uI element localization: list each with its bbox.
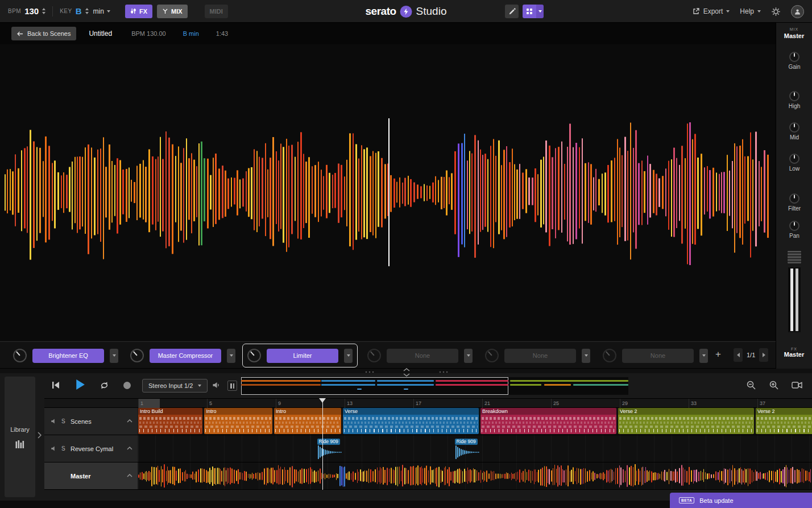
library-panel-toggle[interactable]: Library [5, 377, 35, 497]
clip-tick-marks [275, 429, 340, 432]
fx-dropdown-caret[interactable] [344, 349, 353, 363]
fader-cap[interactable] [787, 250, 802, 264]
audio-input-select[interactable]: Stereo Input 1/2 [142, 379, 208, 393]
fx-page-next-button[interactable] [759, 348, 768, 362]
bar-ruler[interactable]: 15913172125293337 [44, 398, 812, 408]
count-in-button[interactable] [227, 381, 237, 391]
fx-amount-knob[interactable] [603, 349, 616, 362]
fx-dropdown-caret[interactable] [464, 349, 473, 363]
mute-button[interactable] [51, 445, 57, 452]
fx-select-button[interactable]: None [504, 349, 576, 363]
fx-dropdown-caret[interactable] [110, 349, 118, 363]
export-button[interactable]: Export [692, 7, 730, 15]
fx-dropdown-caret[interactable] [699, 349, 708, 363]
zoom-in-button[interactable] [769, 380, 779, 390]
account-button[interactable] [791, 5, 804, 18]
fx-dropdown-caret[interactable] [227, 349, 235, 363]
scenes-lane[interactable]: Intro BuildIntroIntroVerseBreakdownVerse… [138, 408, 812, 435]
song-overview-strip[interactable] [241, 377, 628, 395]
main-waveform-area[interactable] [0, 44, 776, 341]
fx-select-button[interactable]: None [387, 349, 458, 363]
add-fx-button[interactable]: + [715, 348, 721, 361]
fx-select-button[interactable]: Brightener EQ [32, 349, 104, 363]
key-value[interactable]: B [76, 6, 82, 16]
clip-waveform-texture [205, 416, 271, 428]
scene-clip[interactable]: Verse 2 [756, 408, 812, 434]
master-lane[interactable] [138, 462, 812, 489]
beta-update-button[interactable]: BETA Beta update [670, 493, 812, 508]
settings-button[interactable] [771, 7, 781, 16]
fx-select-button[interactable]: Master Compressor [150, 349, 221, 363]
record-button[interactable] [123, 382, 131, 389]
scene-clip[interactable]: Verse [343, 408, 479, 434]
fx-select-button[interactable]: Limiter [267, 349, 338, 363]
track-name[interactable]: Master [71, 473, 90, 480]
scene-clip[interactable]: Breakdown [480, 408, 616, 434]
fx-page-prev-button[interactable] [734, 348, 743, 362]
mid-knob[interactable] [789, 122, 799, 133]
expand-collapse-chevrons[interactable] [403, 368, 410, 377]
filter-knob[interactable] [789, 193, 799, 204]
loop-button[interactable] [100, 381, 109, 390]
mix-merge-icon [162, 8, 168, 14]
audio-clip[interactable]: Ride 909 [317, 435, 342, 461]
back-to-scenes-button[interactable]: Back to Scenes [11, 27, 76, 40]
track-header-scenes[interactable]: S Scenes [44, 408, 138, 435]
fx-amount-knob[interactable] [13, 349, 27, 362]
mute-button[interactable] [51, 418, 57, 424]
track-header-reverse-cymal[interactable]: S Reverse Cymal [44, 435, 138, 462]
play-button[interactable] [76, 379, 85, 390]
low-knob[interactable] [789, 154, 799, 164]
collapse-track-button[interactable] [127, 447, 132, 450]
scene-clip[interactable]: Intro [204, 408, 272, 434]
fx-amount-knob[interactable] [367, 349, 381, 362]
collapse-track-button[interactable] [127, 419, 132, 423]
timeline-playhead-marker[interactable] [319, 398, 326, 403]
fx-dropdown-caret[interactable] [582, 349, 590, 363]
collapse-track-button[interactable] [127, 474, 132, 477]
mix-mode-button[interactable]: MIX [157, 5, 188, 18]
zoom-out-icon [746, 380, 756, 390]
midi-mode-button[interactable]: MIDI [205, 5, 228, 18]
track-header-master[interactable]: Master [44, 462, 138, 489]
panel-resize-handle[interactable] [365, 365, 448, 379]
monitor-button[interactable] [212, 381, 221, 389]
reverse-cymal-lane[interactable]: Ride 909Ride 909 [138, 435, 812, 462]
fx-slot-2: Master Compressor [125, 344, 241, 367]
bpm-value[interactable]: 130 [24, 6, 39, 16]
master-volume-fader[interactable] [785, 250, 804, 336]
high-knob[interactable] [789, 91, 799, 101]
sampler-button[interactable] [523, 5, 536, 18]
fx-master-block[interactable]: FX Master [776, 347, 812, 358]
zoom-out-button[interactable] [746, 380, 756, 390]
gain-knob[interactable] [789, 52, 799, 62]
scene-clip[interactable]: Intro Build [138, 408, 202, 434]
library-expand-button[interactable] [36, 428, 43, 443]
track-name[interactable]: Scenes [71, 418, 92, 425]
video-export-button[interactable] [792, 381, 802, 389]
scene-clip[interactable]: Intro [274, 408, 341, 434]
solo-button[interactable]: S [61, 445, 65, 452]
fx-amount-knob[interactable] [130, 349, 144, 362]
pan-knob[interactable] [789, 221, 799, 231]
ruler-mark: 17 [416, 400, 421, 406]
pen-icon [508, 8, 516, 15]
track-name[interactable]: Reverse Cymal [71, 445, 113, 452]
fx-mode-button[interactable]: FX [125, 5, 152, 18]
key-scale-select[interactable]: min [93, 7, 110, 15]
fx-amount-knob[interactable] [247, 349, 261, 362]
fx-select-button[interactable]: None [622, 349, 694, 363]
chevron-down-icon [403, 373, 410, 377]
skip-to-start-button[interactable] [51, 381, 60, 390]
help-button[interactable]: Help [740, 7, 761, 15]
sampler-dropdown-caret[interactable] [536, 5, 544, 18]
key-stepper[interactable] [85, 8, 89, 14]
solo-button[interactable]: S [61, 418, 65, 424]
song-title[interactable]: Untitled [89, 30, 112, 38]
bpm-stepper[interactable] [42, 8, 45, 14]
edit-tool-button[interactable] [505, 5, 519, 18]
scene-clip[interactable]: Verse 2 [618, 408, 754, 434]
audio-clip[interactable]: Ride 909 [455, 435, 480, 461]
fx-amount-knob[interactable] [485, 349, 499, 362]
clip-waveform-texture [619, 416, 753, 428]
